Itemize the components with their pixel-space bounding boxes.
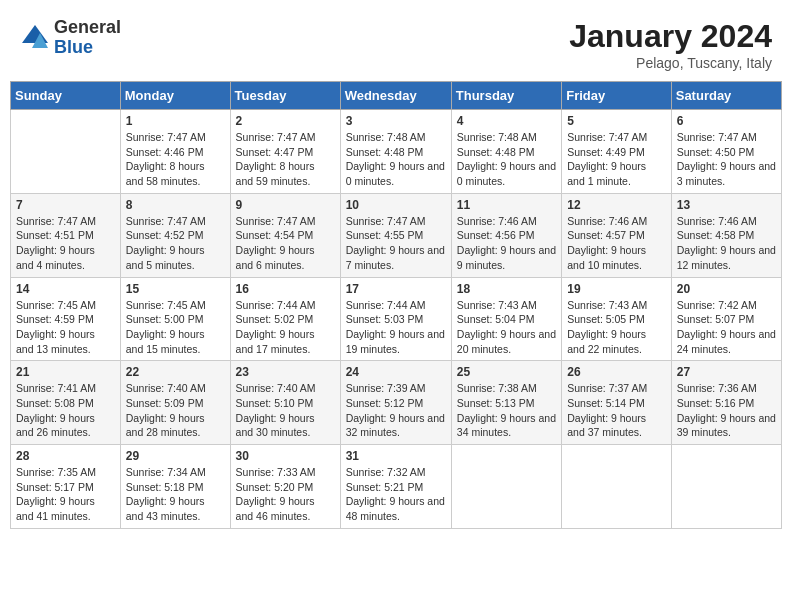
calendar-cell: 8Sunrise: 7:47 AMSunset: 4:52 PMDaylight…: [120, 193, 230, 277]
calendar-cell: 4Sunrise: 7:48 AMSunset: 4:48 PMDaylight…: [451, 110, 561, 194]
calendar-cell: 24Sunrise: 7:39 AMSunset: 5:12 PMDayligh…: [340, 361, 451, 445]
calendar-cell: 26Sunrise: 7:37 AMSunset: 5:14 PMDayligh…: [562, 361, 672, 445]
calendar-cell: 16Sunrise: 7:44 AMSunset: 5:02 PMDayligh…: [230, 277, 340, 361]
logo-general: General: [54, 18, 121, 38]
day-number: 23: [236, 365, 335, 379]
day-info: Sunrise: 7:33 AMSunset: 5:20 PMDaylight:…: [236, 465, 335, 524]
day-info: Sunrise: 7:47 AMSunset: 4:46 PMDaylight:…: [126, 130, 225, 189]
day-number: 5: [567, 114, 666, 128]
calendar-header: SundayMondayTuesdayWednesdayThursdayFrid…: [11, 82, 782, 110]
day-info: Sunrise: 7:45 AMSunset: 5:00 PMDaylight:…: [126, 298, 225, 357]
day-info: Sunrise: 7:47 AMSunset: 4:51 PMDaylight:…: [16, 214, 115, 273]
day-number: 4: [457, 114, 556, 128]
day-info: Sunrise: 7:44 AMSunset: 5:03 PMDaylight:…: [346, 298, 446, 357]
calendar-cell: 28Sunrise: 7:35 AMSunset: 5:17 PMDayligh…: [11, 445, 121, 529]
calendar-cell: 14Sunrise: 7:45 AMSunset: 4:59 PMDayligh…: [11, 277, 121, 361]
day-info: Sunrise: 7:47 AMSunset: 4:49 PMDaylight:…: [567, 130, 666, 189]
calendar-cell: 7Sunrise: 7:47 AMSunset: 4:51 PMDaylight…: [11, 193, 121, 277]
calendar-table: SundayMondayTuesdayWednesdayThursdayFrid…: [10, 81, 782, 529]
day-number: 21: [16, 365, 115, 379]
day-info: Sunrise: 7:47 AMSunset: 4:52 PMDaylight:…: [126, 214, 225, 273]
day-number: 1: [126, 114, 225, 128]
week-row-3: 21Sunrise: 7:41 AMSunset: 5:08 PMDayligh…: [11, 361, 782, 445]
day-number: 12: [567, 198, 666, 212]
logo-blue: Blue: [54, 38, 121, 58]
title-block: January 2024 Pelago, Tuscany, Italy: [569, 18, 772, 71]
day-info: Sunrise: 7:47 AMSunset: 4:54 PMDaylight:…: [236, 214, 335, 273]
calendar-cell: 25Sunrise: 7:38 AMSunset: 5:13 PMDayligh…: [451, 361, 561, 445]
day-info: Sunrise: 7:47 AMSunset: 4:55 PMDaylight:…: [346, 214, 446, 273]
day-number: 10: [346, 198, 446, 212]
day-info: Sunrise: 7:35 AMSunset: 5:17 PMDaylight:…: [16, 465, 115, 524]
day-number: 17: [346, 282, 446, 296]
day-info: Sunrise: 7:43 AMSunset: 5:05 PMDaylight:…: [567, 298, 666, 357]
day-info: Sunrise: 7:40 AMSunset: 5:09 PMDaylight:…: [126, 381, 225, 440]
day-number: 22: [126, 365, 225, 379]
day-number: 27: [677, 365, 776, 379]
day-number: 9: [236, 198, 335, 212]
week-row-1: 7Sunrise: 7:47 AMSunset: 4:51 PMDaylight…: [11, 193, 782, 277]
day-number: 24: [346, 365, 446, 379]
calendar-cell: [562, 445, 672, 529]
logo-text: General Blue: [54, 18, 121, 58]
day-number: 13: [677, 198, 776, 212]
calendar-cell: 1Sunrise: 7:47 AMSunset: 4:46 PMDaylight…: [120, 110, 230, 194]
calendar-cell: 9Sunrise: 7:47 AMSunset: 4:54 PMDaylight…: [230, 193, 340, 277]
header-day-wednesday: Wednesday: [340, 82, 451, 110]
day-info: Sunrise: 7:38 AMSunset: 5:13 PMDaylight:…: [457, 381, 556, 440]
day-info: Sunrise: 7:46 AMSunset: 4:56 PMDaylight:…: [457, 214, 556, 273]
day-info: Sunrise: 7:43 AMSunset: 5:04 PMDaylight:…: [457, 298, 556, 357]
day-number: 31: [346, 449, 446, 463]
day-number: 15: [126, 282, 225, 296]
day-info: Sunrise: 7:46 AMSunset: 4:57 PMDaylight:…: [567, 214, 666, 273]
day-number: 19: [567, 282, 666, 296]
day-number: 18: [457, 282, 556, 296]
day-info: Sunrise: 7:44 AMSunset: 5:02 PMDaylight:…: [236, 298, 335, 357]
calendar-subtitle: Pelago, Tuscany, Italy: [569, 55, 772, 71]
calendar-cell: 18Sunrise: 7:43 AMSunset: 5:04 PMDayligh…: [451, 277, 561, 361]
calendar-cell: 20Sunrise: 7:42 AMSunset: 5:07 PMDayligh…: [671, 277, 781, 361]
day-number: 11: [457, 198, 556, 212]
calendar-cell: 17Sunrise: 7:44 AMSunset: 5:03 PMDayligh…: [340, 277, 451, 361]
day-number: 2: [236, 114, 335, 128]
svg-marker-0: [22, 25, 48, 43]
logo-icon: [20, 23, 50, 53]
day-number: 26: [567, 365, 666, 379]
day-info: Sunrise: 7:45 AMSunset: 4:59 PMDaylight:…: [16, 298, 115, 357]
day-number: 6: [677, 114, 776, 128]
day-number: 30: [236, 449, 335, 463]
calendar-cell: 19Sunrise: 7:43 AMSunset: 5:05 PMDayligh…: [562, 277, 672, 361]
day-info: Sunrise: 7:34 AMSunset: 5:18 PMDaylight:…: [126, 465, 225, 524]
calendar-cell: [671, 445, 781, 529]
page-header: General Blue January 2024 Pelago, Tuscan…: [10, 10, 782, 75]
calendar-cell: 21Sunrise: 7:41 AMSunset: 5:08 PMDayligh…: [11, 361, 121, 445]
day-info: Sunrise: 7:40 AMSunset: 5:10 PMDaylight:…: [236, 381, 335, 440]
day-info: Sunrise: 7:37 AMSunset: 5:14 PMDaylight:…: [567, 381, 666, 440]
calendar-cell: 30Sunrise: 7:33 AMSunset: 5:20 PMDayligh…: [230, 445, 340, 529]
day-number: 7: [16, 198, 115, 212]
day-number: 29: [126, 449, 225, 463]
day-info: Sunrise: 7:47 AMSunset: 4:50 PMDaylight:…: [677, 130, 776, 189]
header-day-thursday: Thursday: [451, 82, 561, 110]
day-info: Sunrise: 7:41 AMSunset: 5:08 PMDaylight:…: [16, 381, 115, 440]
calendar-cell: 2Sunrise: 7:47 AMSunset: 4:47 PMDaylight…: [230, 110, 340, 194]
week-row-0: 1Sunrise: 7:47 AMSunset: 4:46 PMDaylight…: [11, 110, 782, 194]
week-row-4: 28Sunrise: 7:35 AMSunset: 5:17 PMDayligh…: [11, 445, 782, 529]
day-info: Sunrise: 7:42 AMSunset: 5:07 PMDaylight:…: [677, 298, 776, 357]
day-info: Sunrise: 7:46 AMSunset: 4:58 PMDaylight:…: [677, 214, 776, 273]
calendar-cell: [451, 445, 561, 529]
calendar-cell: 22Sunrise: 7:40 AMSunset: 5:09 PMDayligh…: [120, 361, 230, 445]
header-day-friday: Friday: [562, 82, 672, 110]
header-day-saturday: Saturday: [671, 82, 781, 110]
calendar-cell: 27Sunrise: 7:36 AMSunset: 5:16 PMDayligh…: [671, 361, 781, 445]
calendar-cell: 13Sunrise: 7:46 AMSunset: 4:58 PMDayligh…: [671, 193, 781, 277]
day-number: 14: [16, 282, 115, 296]
calendar-cell: 5Sunrise: 7:47 AMSunset: 4:49 PMDaylight…: [562, 110, 672, 194]
logo: General Blue: [20, 18, 121, 58]
calendar-cell: 6Sunrise: 7:47 AMSunset: 4:50 PMDaylight…: [671, 110, 781, 194]
calendar-cell: [11, 110, 121, 194]
day-number: 3: [346, 114, 446, 128]
calendar-cell: 29Sunrise: 7:34 AMSunset: 5:18 PMDayligh…: [120, 445, 230, 529]
day-number: 25: [457, 365, 556, 379]
header-day-tuesday: Tuesday: [230, 82, 340, 110]
